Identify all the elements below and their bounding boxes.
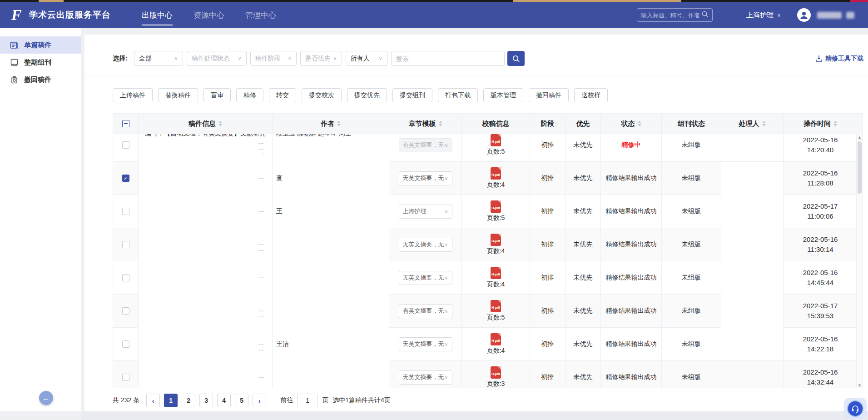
action-button-3[interactable]: 精修: [236, 88, 263, 102]
collapse-back-button[interactable]: ←: [39, 391, 53, 405]
manuscript-info-cell[interactable]: 编号：微循环灌注踝泵运动智能监测系统临床应用【其…: [138, 361, 272, 388]
action-button-7[interactable]: 提交组刊: [392, 88, 432, 102]
action-button-2[interactable]: 盲审: [203, 88, 231, 102]
action-button-11[interactable]: 送校样: [574, 88, 608, 102]
filter-select-3[interactable]: 是否优先∨: [300, 51, 342, 66]
prev-page-button[interactable]: ‹: [146, 394, 160, 407]
scroll-down-icon[interactable]: ▼: [858, 383, 862, 388]
sort-icon[interactable]: [337, 121, 341, 126]
user-avatar[interactable]: [797, 8, 811, 22]
sort-icon[interactable]: [833, 121, 837, 126]
row-checkbox[interactable]: [122, 141, 129, 149]
pdf-icon[interactable]: H-pdf: [491, 167, 501, 180]
sidebar-item-0[interactable]: 单篇稿件: [0, 36, 81, 54]
filter-select-1[interactable]: 稿件处理状态∨: [187, 51, 247, 66]
pdf-icon[interactable]: H-pdf: [491, 134, 501, 146]
sort-icon[interactable]: [439, 121, 442, 126]
pdf-icon[interactable]: H-pdf: [491, 200, 501, 213]
sort-asc-icon[interactable]: [833, 121, 837, 123]
sort-desc-icon[interactable]: [439, 124, 442, 126]
tool-download-link[interactable]: 精修工具下载: [815, 55, 863, 63]
action-button-5[interactable]: 提交校次: [302, 88, 342, 102]
sort-asc-icon[interactable]: [337, 121, 341, 123]
sort-asc-icon[interactable]: [439, 121, 442, 123]
sort-asc-icon[interactable]: [762, 121, 766, 123]
chapter-template-select[interactable]: 无英文摘要，无编∨: [399, 370, 452, 385]
next-page-button[interactable]: ›: [253, 394, 266, 407]
chapter-template-select[interactable]: 上海护理∨: [399, 205, 452, 219]
manuscript-info-cell[interactable]: 编号：【自动文检，有英文摘要】文献研究 2021……·: [138, 134, 272, 162]
table-row-5[interactable]: ……有英文摘要，无编∨H-pdf页数:5初排未优先精修结果输出成功未组版2022…: [113, 295, 857, 328]
page-button-1[interactable]: 1: [164, 394, 178, 407]
table-row-4[interactable]: …无英文摘要，无编∨H-pdf页数:4初排未优先精修结果输出成功未组版2022-…: [113, 261, 857, 295]
sort-icon[interactable]: [218, 121, 222, 126]
chapter-template-select[interactable]: 有英文摘要，无编∨: [399, 138, 452, 152]
action-button-1[interactable]: 替换稿件: [158, 88, 198, 102]
sort-desc-icon[interactable]: [218, 124, 222, 126]
filter-select-2[interactable]: 稿件阶段∨: [250, 51, 297, 66]
pdf-icon[interactable]: H-pdf: [491, 267, 501, 279]
page-button-3[interactable]: 3: [199, 394, 213, 407]
sort-desc-icon[interactable]: [762, 124, 766, 126]
sort-asc-icon[interactable]: [638, 121, 641, 123]
table-row-2[interactable]: …王上海护理∨H-pdf页数:5初排未优先精修结果输出成功未组版2022-05-…: [113, 195, 857, 228]
pdf-icon[interactable]: H-pdf: [491, 234, 501, 246]
navbar-search-input[interactable]: [641, 12, 701, 19]
action-button-8[interactable]: 打包下载: [438, 88, 478, 102]
row-checkbox[interactable]: [122, 241, 129, 248]
vertical-scrollbar[interactable]: ▲ ▼: [856, 134, 863, 388]
table-row-0[interactable]: 编号：【自动文检，有英文摘要】文献研究 2021……·段玉玉 陈晓群 赵琴琴 周…: [113, 134, 857, 162]
sort-desc-icon[interactable]: [833, 124, 837, 126]
action-button-10[interactable]: 撤回稿件: [529, 88, 569, 102]
nav-item-2[interactable]: 管理中心: [235, 2, 287, 28]
goto-page-input[interactable]: [297, 394, 318, 407]
chapter-template-select[interactable]: 无英文摘要，无编∨: [399, 337, 452, 351]
navbar-search-box[interactable]: [637, 8, 713, 22]
scrollbar-thumb[interactable]: [858, 141, 862, 194]
table-row-6[interactable]: ……王洁无英文摘要，无编∨H-pdf页数:4初排未优先精修结果输出成功未组版20…: [113, 328, 857, 361]
row-checkbox[interactable]: [122, 208, 129, 215]
filter-search-button[interactable]: [507, 51, 525, 66]
pdf-icon[interactable]: H-pdf: [491, 333, 501, 345]
row-checkbox[interactable]: [122, 340, 129, 348]
manuscript-info-cell[interactable]: ……: [138, 295, 272, 328]
chat-widget-button[interactable]: [844, 398, 867, 419]
row-checkbox[interactable]: [122, 307, 129, 315]
pdf-icon[interactable]: H-pdf: [491, 366, 501, 379]
chapter-template-select[interactable]: 无英文摘要，无编∨: [399, 171, 452, 185]
sort-icon[interactable]: [762, 121, 766, 126]
manuscript-info-cell[interactable]: …: [138, 261, 272, 295]
page-button-5[interactable]: 5: [235, 394, 248, 407]
page-button-2[interactable]: 2: [182, 394, 195, 407]
nav-item-1[interactable]: 资源中心: [183, 2, 235, 28]
chapter-template-select[interactable]: 无英文摘要，无编∨: [399, 238, 452, 252]
manuscript-info-cell[interactable]: ……: [138, 228, 272, 261]
row-checkbox[interactable]: [122, 374, 129, 381]
nav-item-0[interactable]: 出版中心: [131, 2, 183, 28]
manuscript-info-cell[interactable]: ……: [138, 328, 272, 361]
table-row-7[interactable]: 编号：微循环灌注踝泵运动智能监测系统临床应用【其…无英文摘要，无编∨H-pdf页…: [113, 361, 857, 388]
sidebar-item-2[interactable]: 撤回稿件: [0, 71, 81, 88]
org-selector[interactable]: 上海护理 ∨: [746, 11, 781, 20]
sort-asc-icon[interactable]: [218, 121, 222, 123]
chapter-template-select[interactable]: 有英文摘要，无编∨: [399, 304, 452, 318]
page-button-4[interactable]: 4: [217, 394, 231, 407]
manuscript-info-cell[interactable]: …: [138, 195, 272, 228]
filter-select-0[interactable]: 全部∨: [134, 51, 183, 66]
app-logo[interactable]: F: [7, 6, 25, 24]
table-row-3[interactable]: ……无英文摘要，无编∨H-pdf页数:4初排未优先精修结果输出成功未组版2022…: [113, 228, 857, 261]
table-row-1[interactable]: …查无英文摘要，无编∨H-pdf页数:4初排未优先精修结果输出成功未组版2022…: [113, 162, 857, 195]
sort-icon[interactable]: [638, 121, 641, 126]
row-checkbox[interactable]: [122, 274, 129, 281]
chapter-template-select[interactable]: 无英文摘要，无编∨: [399, 271, 452, 285]
action-button-9[interactable]: 版本管理: [483, 88, 523, 102]
filter-search-input[interactable]: [391, 51, 505, 66]
action-button-0[interactable]: 上传稿件: [113, 88, 153, 102]
manuscript-info-cell[interactable]: …: [138, 162, 272, 195]
select-all-checkbox[interactable]: [122, 120, 129, 127]
action-button-4[interactable]: 转交: [269, 88, 296, 102]
scroll-up-icon[interactable]: ▲: [858, 135, 862, 140]
sort-desc-icon[interactable]: [337, 124, 341, 126]
action-button-6[interactable]: 提交优先: [347, 88, 387, 102]
sidebar-item-1[interactable]: 整期组刊: [0, 54, 81, 71]
